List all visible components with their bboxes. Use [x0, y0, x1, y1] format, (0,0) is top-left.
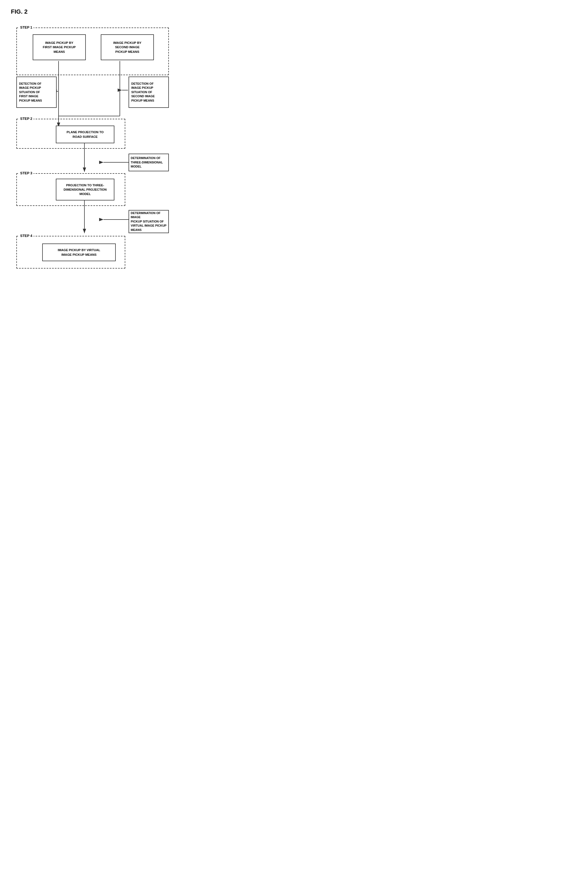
process-box-plane-projection: PLANE PROJECTION TO ROAD SURFACE: [56, 126, 114, 143]
process-box-second-pickup: IMAGE PICKUP BY SECOND IMAGE PICKUP MEAN…: [101, 34, 154, 60]
step4-label: STEP 4: [19, 234, 33, 238]
step2-label: STEP 2: [19, 117, 33, 121]
process-box-virtual-pickup: IMAGE PICKUP BY VIRTUAL IMAGE PICKUP MEA…: [42, 243, 116, 261]
diagram: STEP 1 IMAGE PICKUP BY FIRST IMAGE PICKU…: [11, 21, 174, 282]
step3-label: STEP 3: [19, 171, 33, 175]
process-box-first-pickup: IMAGE PICKUP BY FIRST IMAGE PICKUP MEANS: [33, 34, 86, 60]
text-block-virtual-determination: DETERMINATION OF IMAGE PICKUP SITUATION …: [129, 210, 169, 233]
text-block-detection-first: DETECTION OF IMAGE PICKUP SITUATION OF F…: [16, 76, 57, 108]
text-block-detection-second: DETECTION OF IMAGE PICKUP SITUATION OF S…: [129, 76, 169, 108]
text-block-3d-model: DETERMINATION OF THREE-DIMENSIONAL MODEL: [129, 154, 169, 171]
step1-label: STEP 1: [19, 25, 33, 29]
figure-title: FIG. 2: [11, 8, 174, 15]
process-box-3d-projection: PROJECTION TO THREE- DIMENSIONAL PROJECT…: [56, 179, 114, 201]
